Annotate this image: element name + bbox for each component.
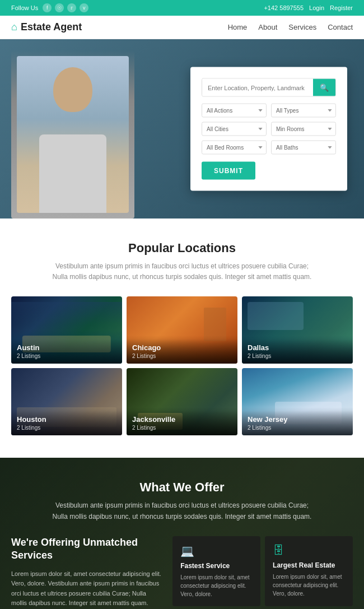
- submit-button[interactable]: SUBMIT: [202, 162, 255, 180]
- newjersey-listings: 2 Listings: [248, 425, 347, 431]
- person-body: [39, 134, 106, 213]
- houston-overlay: Houston 2 Listings: [11, 411, 122, 435]
- twitter-icon[interactable]: 𝕣: [67, 3, 76, 12]
- chicago-name: Chicago: [132, 343, 232, 352]
- search-button[interactable]: 🔍: [313, 79, 335, 96]
- main-nav: Home About Services Contact: [228, 23, 353, 31]
- offer-content: We're Offering Unmatched Services Lorem …: [11, 536, 353, 609]
- nav-contact[interactable]: Contact: [328, 23, 353, 31]
- location-card-houston[interactable]: Houston 2 Listings: [11, 368, 122, 435]
- newjersey-overlay: New Jersey 2 Listings: [242, 411, 353, 435]
- social-icons: f ☉ 𝕣 v: [43, 3, 88, 12]
- chicago-overlay: Chicago 2 Listings: [127, 339, 237, 364]
- houston-listings: 2 Listings: [17, 425, 116, 431]
- filter-types[interactable]: All Types: [271, 104, 336, 118]
- filter-row-1: All Actions All Types: [202, 104, 336, 118]
- nav-about[interactable]: About: [258, 23, 277, 31]
- header: ⌂ Estate Agent Home About Services Conta…: [0, 16, 364, 39]
- offer-title: What We Offer: [11, 480, 353, 495]
- instagram-icon[interactable]: ☉: [55, 3, 64, 12]
- top-bar-right: +142 5897555 Login Register: [264, 4, 353, 11]
- filter-row-2: All Cities Min Rooms: [202, 122, 336, 136]
- location-card-austin[interactable]: Austin 2 Listings: [11, 296, 122, 364]
- top-bar: Follow Us f ☉ 𝕣 v +142 5897555 Login Reg…: [0, 0, 364, 16]
- location-card-dallas[interactable]: Dallas 2 Listings: [242, 296, 353, 364]
- jacksonville-overlay: Jacksonville 2 Listings: [127, 411, 237, 435]
- popular-locations-section: Popular Locations Vestibulum ante ipsum …: [0, 219, 364, 458]
- nav-services[interactable]: Services: [288, 23, 316, 31]
- dallas-name: Dallas: [248, 343, 347, 352]
- location-card-newjersey[interactable]: New Jersey 2 Listings: [242, 368, 353, 435]
- section-title-locations: Popular Locations: [11, 241, 353, 255]
- dallas-listings: 2 Listings: [248, 353, 347, 359]
- offer-cards: 💻 Fastest Service Lorem ipsum dolor sit,…: [172, 536, 353, 609]
- top-bar-left: Follow Us f ☉ 𝕣 v: [11, 3, 88, 12]
- largest-text: Lorem ipsum dolor sit, amet consectetur …: [273, 573, 345, 598]
- austin-overlay: Austin 2 Listings: [11, 339, 122, 364]
- filter-cities[interactable]: All Cities: [202, 122, 267, 136]
- offer-left: We're Offering Unmatched Services Lorem …: [11, 536, 161, 609]
- search-box: 🔍 All Actions All Types All Cities Min R…: [190, 67, 347, 191]
- nav-home[interactable]: Home: [228, 23, 248, 31]
- filter-baths[interactable]: All Baths: [271, 141, 336, 155]
- laptop-icon: 💻: [180, 544, 253, 557]
- section-subtitle-locations: Vestibulum ante ipsum primis in faucibus…: [48, 261, 316, 282]
- austin-name: Austin: [17, 343, 116, 352]
- jacksonville-listings: 2 Listings: [132, 425, 232, 431]
- follow-label: Follow Us: [11, 4, 38, 11]
- logo: ⌂ Estate Agent: [11, 21, 82, 33]
- chicago-listings: 2 Listings: [132, 353, 232, 359]
- largest-title: Largest Real Estate: [273, 561, 345, 569]
- hero-person-image: [11, 50, 134, 219]
- database-icon: 🗄: [273, 544, 345, 557]
- jacksonville-name: Jacksonville: [132, 415, 232, 424]
- filter-actions[interactable]: All Actions: [202, 104, 267, 118]
- location-card-chicago[interactable]: Chicago 2 Listings: [127, 296, 237, 364]
- login-link[interactable]: Login: [309, 4, 324, 11]
- home-icon: ⌂: [11, 21, 17, 33]
- phone-number: +142 5897555: [264, 4, 304, 11]
- houston-name: Houston: [17, 415, 116, 424]
- offer-subtitle: Vestibulum ante ipsum primis in faucibus…: [48, 500, 316, 522]
- person-head: [53, 67, 92, 112]
- filter-bedrooms[interactable]: All Bed Rooms: [202, 141, 267, 155]
- fastest-title: Fastest Service: [180, 562, 253, 570]
- person-placeholder: [17, 56, 129, 213]
- vimeo-icon[interactable]: v: [80, 3, 88, 12]
- fastest-text: Lorem ipsum dolor sit, amet consectetur …: [180, 573, 253, 598]
- offer-card-fastest: 💻 Fastest Service Lorem ipsum dolor sit,…: [172, 536, 260, 606]
- what-we-offer-section: What We Offer Vestibulum ante ipsum prim…: [0, 458, 364, 609]
- newjersey-name: New Jersey: [248, 415, 347, 424]
- location-card-jacksonville[interactable]: Jacksonville 2 Listings: [127, 368, 237, 435]
- filter-row-3: All Bed Rooms All Baths: [202, 141, 336, 155]
- search-input[interactable]: [202, 79, 313, 96]
- filter-rooms[interactable]: Min Rooms: [271, 122, 336, 136]
- locations-grid: Austin 2 Listings Chicago 2 Listings Dal…: [11, 296, 353, 435]
- search-input-row: 🔍: [202, 78, 336, 97]
- austin-listings: 2 Listings: [17, 353, 116, 359]
- offer-para1: Lorem ipsum dolor sit, amet consectetur …: [11, 569, 161, 608]
- dallas-overlay: Dallas 2 Listings: [242, 339, 353, 364]
- register-link[interactable]: Register: [330, 4, 353, 11]
- facebook-icon[interactable]: f: [43, 3, 52, 12]
- hero-section: 🔍 All Actions All Types All Cities Min R…: [0, 39, 364, 219]
- offer-heading: We're Offering Unmatched Services: [11, 536, 161, 562]
- offer-card-largest: 🗄 Largest Real Estate Lorem ipsum dolor …: [265, 536, 353, 606]
- logo-text: Estate Agent: [21, 21, 82, 33]
